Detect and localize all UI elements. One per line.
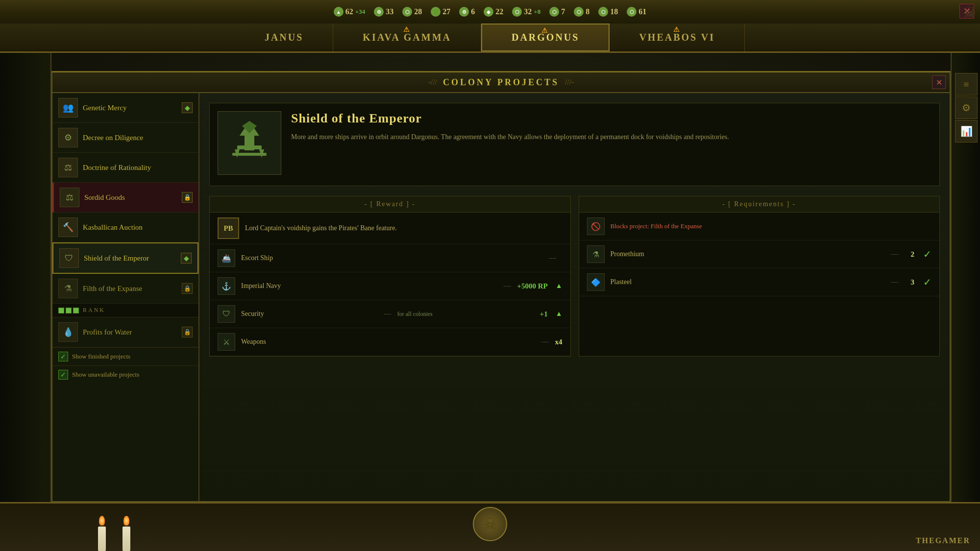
kasballican-label: Kasballican Auction [83,223,193,232]
shield-icon: 🛡 [59,248,79,268]
vheabos-warning-icon: ⚠ [673,25,681,34]
promethium-value: 2 [905,250,914,259]
resource-2: ⚙ 33 [374,7,393,17]
tab-kiava-gamma[interactable]: Kiava Gamma ⚠ [333,24,481,51]
dargonus-warning-icon: ⚠ [541,26,549,35]
project-header: Shield of the Emperor More and more ship… [209,103,940,186]
resource-6-value: 22 [495,7,503,16]
escort-ship-icon: 🚢 [218,249,235,267]
resource-6: ◆ 22 [484,7,503,17]
panel-title: Colony Projects [443,77,559,88]
project-name: Shield of the Emperor [291,111,931,126]
plasteel-check-icon: ✓ [923,276,931,288]
candle-left2 [122,516,130,551]
security-value: +1 [540,310,548,318]
resource-9-icon: ⬡ [574,7,584,17]
weapons-label: Weapons [241,338,536,346]
panel-header: -/// Colony Projects ///- ✕ [52,72,950,93]
resource-1-bonus: +34 [355,8,365,16]
promethium-label: Promethium [611,250,885,258]
plasteel-dash: ---- [891,279,899,286]
sordid-goods-lock-icon: 🔒 [182,192,193,203]
resource-9: ⬡ 8 [574,7,589,17]
unavailable-check-icon: ✓ [58,370,68,380]
weapons-dash: ---- [541,338,549,346]
sidebar-item-sordid-goods[interactable]: ⚖ Sordid Goods 🔒 [52,183,198,213]
resource-6-icon: ◆ [484,7,493,17]
shield-badge: ◆ [181,253,192,264]
pb-badge: PB [218,217,239,239]
toggle-unavailable[interactable]: ✓ Show unavailable projects [52,365,198,383]
doctrine-label: Doctrine of Rationality [83,164,193,172]
rank-indicators [58,308,79,313]
svg-rect-4 [232,153,267,156]
imperial-navy-label: Imperial Navy [241,282,497,290]
panel-close-button[interactable]: ✕ [932,75,946,89]
sidebar-item-doctrine[interactable]: ⚖ Doctrine of Rationality [52,153,198,183]
plasteel-value: 3 [905,278,914,287]
security-arrow-icon: ▲ [556,310,563,318]
filth-lock-icon: 🔒 [182,283,193,294]
reward-section-header: - [ Reward ] - [210,196,570,213]
sidebar-item-filth[interactable]: ⚗ Filth of the Expanse 🔒 [52,274,198,304]
security-extra: for all colonies [397,311,534,318]
reward-security: 🛡 Security ---- for all colonies +1 ▲ [210,300,570,328]
sidebar-item-profits[interactable]: 💧 Profits for Water 🔒 [52,317,198,347]
panel-deco-left: -/// [428,78,437,87]
promethium-icon: ⚗ [587,245,605,263]
toggle-finished[interactable]: ✓ Show finished projects [52,347,198,365]
resource-7-bonus: +8 [534,8,540,16]
resource-8: ⬡ 7 [549,7,565,17]
resource-4-icon: 🌿 [431,7,441,17]
bottom-bar: ☠ THEGAMER [0,502,980,551]
escort-ship-dash: ---- [549,255,557,262]
tab-janus[interactable]: Janus [235,24,333,51]
resource-4: 🌿 27 [431,7,450,17]
resource-bar: ▲ 62 +34 ⚙ 33 ⬡ 28 🌿 27 ⚙ 6 ◆ 22 ⬡ 32 +8… [0,0,980,24]
sidebar-item-genetic-mercy[interactable]: 👥 Genetic Mercy ◆ [52,93,198,123]
profits-icon: 💧 [58,322,78,342]
side-icon-1[interactable]: ≡ [955,73,978,96]
sidebar-item-decree[interactable]: ⚙ Decree on Diligence [52,123,198,153]
rank-bar: RANK [52,304,198,317]
tab-dargonus[interactable]: Dargonus ⚠ [481,24,610,51]
project-detail: Shield of the Emperor More and more ship… [199,93,950,501]
kiava-warning-icon: ⚠ [403,25,411,34]
shield-label: Shield of the Emperor [84,254,176,263]
resource-10: ⬡ 18 [598,7,618,17]
blocks-project-icon: 🚫 [587,217,605,235]
requirements-section-header: - [ Requirements ] - [579,196,940,213]
toggle-finished-label: Show finished projects [72,353,130,360]
reward-section: - [ Reward ] - PB Lord Captain's voidshi… [209,196,571,357]
sidebar-item-shield[interactable]: 🛡 Shield of the Emperor ◆ [52,242,198,274]
sordid-goods-icon: ⚖ [60,188,79,207]
resource-3-value: 28 [414,7,422,16]
tab-vheabos[interactable]: Vheabos VI ⚠ [610,24,745,51]
security-icon: 🛡 [218,305,235,323]
profits-lock-icon: 🔒 [182,327,193,337]
security-dash: ---- [384,311,392,318]
project-description: More and more ships arrive in orbit arou… [291,132,931,143]
side-icon-3[interactable]: 📊 [955,120,978,143]
reward-imperial-navy: ⚓ Imperial Navy ---- +5000 RP ▲ [210,272,570,300]
resource-5-value: 6 [471,7,475,16]
resource-7: ⬡ 32 +8 [512,7,540,17]
resource-11-icon: ⬡ [627,7,637,17]
req-plasteel: 🔷 Plasteel ---- 3 ✓ [579,268,940,296]
bottom-skull-decoration: ☠ [473,507,507,541]
candle-body-left [98,527,106,551]
candle-body-left2 [122,527,130,551]
plasteel-icon: 🔷 [587,273,605,291]
resource-7-value: 32 [524,7,532,16]
resource-1-icon: ▲ [334,7,343,17]
side-icon-2[interactable]: ⚙ [955,96,978,119]
plasteel-label: Plasteel [611,278,885,286]
resource-2-icon: ⚙ [374,7,384,17]
project-info: Shield of the Emperor More and more ship… [291,111,931,178]
genetic-mercy-label: Genetic Mercy [83,104,177,112]
resource-1: ▲ 62 +34 [334,7,365,17]
tab-janus-label: Janus [265,32,303,43]
weapons-icon: ⚔ [218,333,235,351]
resource-1-value: 62 [345,7,353,16]
sidebar-item-kasballican[interactable]: 🔨 Kasballican Auction [52,213,198,242]
